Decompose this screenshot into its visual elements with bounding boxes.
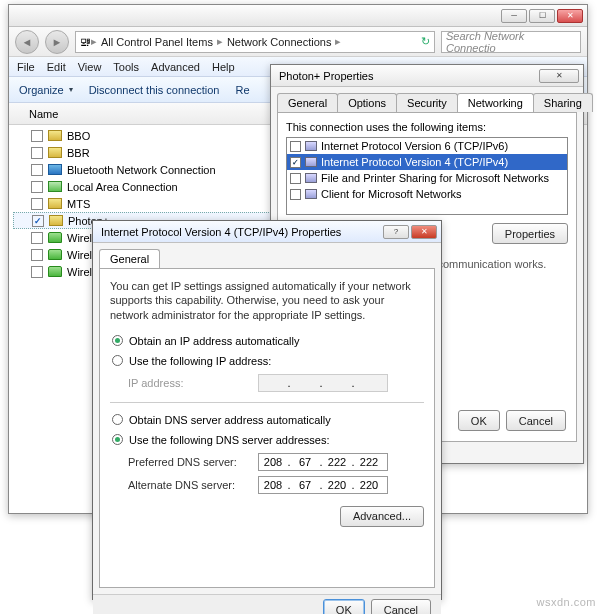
props-tabs: GeneralOptionsSecurityNetworkingSharing [277,93,577,112]
radio-icon [112,335,123,346]
nav-bar: ◄ ► 🖳 ▸ All Control Panel Items ▸ Networ… [9,27,587,57]
connection-label: Bluetooth Network Connection [67,164,216,176]
menu-tools[interactable]: Tools [113,61,139,73]
tab-security[interactable]: Security [396,93,458,112]
connection-checkbox[interactable]: ✓ [32,215,44,227]
item-label: Internet Protocol Version 6 (TCP/IPv6) [321,140,508,152]
connection-icon [48,198,62,209]
maximize-button[interactable]: ☐ [529,9,555,23]
ipdlg-title-bar[interactable]: Internet Protocol Version 4 (TCP/IPv4) P… [93,221,441,243]
disconnect-button[interactable]: Disconnect this connection [89,84,220,96]
item-label: Internet Protocol Version 4 (TCP/IPv4) [321,156,508,168]
connection-label: BBR [67,147,90,159]
crumb-0[interactable]: All Control Panel Items [97,36,217,48]
connection-label: MTS [67,198,90,210]
crumb-1[interactable]: Network Connections [223,36,336,48]
props-title-bar[interactable]: Photon+ Properties ✕ [271,65,583,87]
tab-networking[interactable]: Networking [457,93,534,112]
network-item[interactable]: Internet Protocol Version 6 (TCP/IPv6) [287,138,567,154]
network-items-list[interactable]: Internet Protocol Version 6 (TCP/IPv6)✓I… [286,137,568,215]
props-cancel-button[interactable]: Cancel [506,410,566,431]
tab-options[interactable]: Options [337,93,397,112]
item-checkbox[interactable] [290,173,301,184]
ipdlg-tab-general[interactable]: General [99,249,160,268]
connection-icon [48,130,62,141]
minimize-button[interactable]: ─ [501,9,527,23]
connection-checkbox[interactable] [31,266,43,278]
menu-view[interactable]: View [78,61,102,73]
item-checkbox[interactable] [290,141,301,152]
menu-file[interactable]: File [17,61,35,73]
connection-icon [48,147,62,158]
connection-icon [48,181,62,192]
network-item[interactable]: File and Printer Sharing for Microsoft N… [287,170,567,186]
ipdlg-footer: OK Cancel [93,594,441,614]
connection-label: BBO [67,130,90,142]
ipdlg-close-button[interactable]: ✕ [411,225,437,239]
menu-help[interactable]: Help [212,61,235,73]
properties-button[interactable]: Properties [492,223,568,244]
item-label: File and Printer Sharing for Microsoft N… [321,172,549,184]
forward-button[interactable]: ► [45,30,69,54]
connection-icon [48,266,62,277]
network-item[interactable]: ✓Internet Protocol Version 4 (TCP/IPv4) [287,154,567,170]
connection-icon [48,232,62,243]
alternate-dns-input[interactable]: 208. 67. 220. 220 [258,476,388,494]
back-button[interactable]: ◄ [15,30,39,54]
ip-auto-label: Obtain an IP address automatically [129,335,299,347]
connection-checkbox[interactable] [31,249,43,261]
ip-manual-radio[interactable]: Use the following IP address: [112,352,424,370]
props-ok-button[interactable]: OK [458,410,500,431]
network-item[interactable]: Client for Microsoft Networks [287,186,567,202]
item-checkbox[interactable]: ✓ [290,157,301,168]
watermark: wsxdn.com [536,596,596,608]
ipdlg-help-text: You can get IP settings assigned automat… [110,279,424,322]
ipdlg-ok-button[interactable]: OK [323,599,365,614]
props-close-button[interactable]: ✕ [539,69,579,83]
connection-checkbox[interactable] [31,232,43,244]
preferred-dns-input[interactable]: 208. 67. 222. 222 [258,453,388,471]
dns-manual-label: Use the following DNS server addresses: [129,434,330,446]
menu-advanced[interactable]: Advanced [151,61,200,73]
protocol-icon [305,157,317,167]
search-input[interactable]: Search Network Connectio [441,31,581,53]
rename-button[interactable]: Re [236,84,250,96]
tab-general[interactable]: General [277,93,338,112]
connection-checkbox[interactable] [31,181,43,193]
advanced-button[interactable]: Advanced... [340,506,424,527]
tab-sharing[interactable]: Sharing [533,93,593,112]
connection-label: Local Area Connection [67,181,178,193]
organize-button[interactable]: Organize [19,84,73,96]
alternate-dns-label: Alternate DNS server: [128,479,258,491]
dns-manual-radio[interactable]: Use the following DNS server addresses: [112,431,424,449]
connection-checkbox[interactable] [31,130,43,142]
menu-edit[interactable]: Edit [47,61,66,73]
radio-icon [112,355,123,366]
tcpip-properties-dialog: Internet Protocol Version 4 (TCP/IPv4) P… [92,220,442,600]
close-button[interactable]: ✕ [557,9,583,23]
protocol-icon [305,173,317,183]
connection-checkbox[interactable] [31,164,43,176]
ip-manual-label: Use the following IP address: [129,355,271,367]
ipdlg-body: You can get IP settings assigned automat… [99,268,435,588]
radio-icon [112,434,123,445]
breadcrumb[interactable]: 🖳 ▸ All Control Panel Items ▸ Network Co… [75,31,435,53]
ipdlg-cancel-button[interactable]: Cancel [371,599,431,614]
item-label: Client for Microsoft Networks [321,188,462,200]
item-checkbox[interactable] [290,189,301,200]
connection-checkbox[interactable] [31,147,43,159]
ipdlg-help-button[interactable]: ? [383,225,409,239]
column-name[interactable]: Name [29,108,58,120]
connection-icon [48,164,62,175]
ipdlg-title: Internet Protocol Version 4 (TCP/IPv4) P… [97,226,383,238]
folder-icon: 🖳 [80,36,91,48]
connection-checkbox[interactable] [31,198,43,210]
ip-auto-radio[interactable]: Obtain an IP address automatically [112,332,424,350]
connection-icon [49,215,63,226]
dns-auto-label: Obtain DNS server address automatically [129,414,331,426]
items-label: This connection uses the following items… [286,121,568,133]
explorer-title-bar[interactable]: ─ ☐ ✕ [9,5,587,27]
dns-auto-radio[interactable]: Obtain DNS server address automatically [112,411,424,429]
ip-address-input: ... [258,374,388,392]
refresh-icon[interactable]: ↻ [421,35,430,48]
